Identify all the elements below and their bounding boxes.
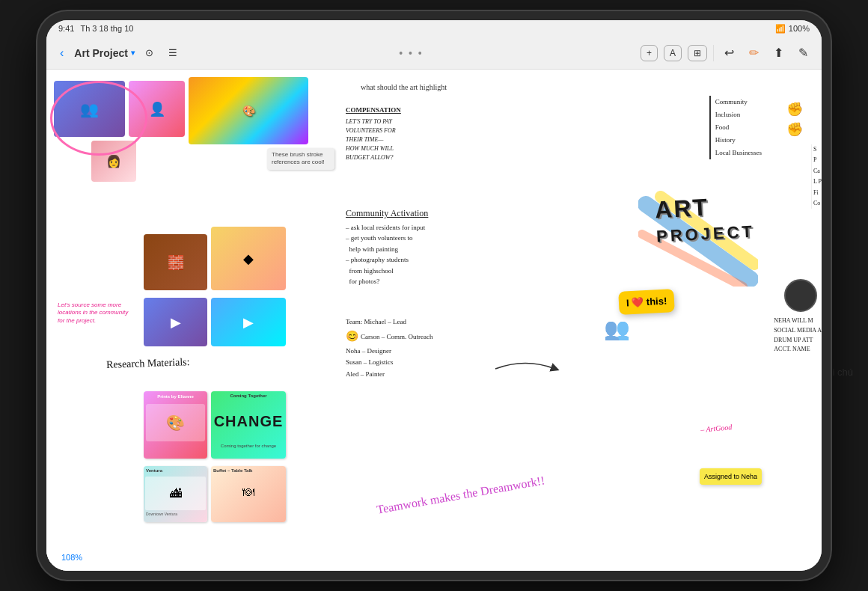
ipad-frame: 9:41 Th 3 18 thg 10 📶 100% ‹ Art Project… [37,11,831,580]
toolbar-dots: • • • [399,47,423,59]
photo-tile-7[interactable]: ▶ [144,298,207,346]
community-item-1: Community [715,96,762,108]
date-display: Th 3 18 thg 10 [80,24,133,33]
what-should-text: what should the art highlight [361,83,447,91]
status-left: 9:41 Th 3 18 thg 10 [58,24,133,33]
add-element-button[interactable]: + [641,45,658,61]
photo-tile-8[interactable]: ▶ [211,298,286,346]
smiley-icon: 😊 [346,328,358,346]
teamwork-text: Teamwork makes the Dreamwork!! [376,472,546,518]
share-button[interactable]: ⬆ [769,43,788,63]
toolbar: ‹ Art Project ▾ ⊙ ☰ • • • + A ⊞ ↩ [46,37,822,70]
photo-tile-4[interactable]: 👩 [91,141,136,182]
team-member-3: Susan – Logistics [346,357,433,368]
app-title-text: Art Project [74,47,128,59]
arrow-svg [488,354,563,384]
team-member-1: 😊 Carson – Comm. Outreach [346,328,433,346]
community-bracket: Community Inclusion Food History Local B… [709,96,762,159]
battery-display: 100% [789,24,810,33]
change-text: CHANGE [214,413,284,430]
love-sticky-note[interactable]: I ❤️ this! [618,289,675,315]
small-tile-ventura[interactable]: Ventura 🏙 Downtown Ventura [144,466,207,522]
toolbar-center: • • • [399,47,423,59]
photo-tile-1[interactable]: 👥 [54,81,125,137]
photo-tile-3[interactable]: 🎨 [189,77,308,144]
community-item-4: History [715,134,762,147]
outline-button[interactable]: ☰ [164,44,182,61]
photo-tile-6[interactable]: ◆ [211,227,286,290]
toolbar-left: ‹ Art Project ▾ ⊙ ☰ [55,43,182,63]
comm-activation-points: – ask local residents for input – get yo… [346,222,495,287]
undo-button[interactable]: ↩ [720,43,739,63]
signature-text: – ArtGood [700,423,732,434]
image-button[interactable]: ⊞ [688,45,707,61]
community-item-2: Inclusion [715,108,762,121]
time-display: 9:41 [58,24,74,33]
art-text: ART [654,194,709,224]
photo-tile-2[interactable]: 👤 [129,81,185,137]
community-item-3: Food [715,121,762,134]
right-panel: what should the art highlight Community … [338,70,822,571]
wifi-icon: 📶 [775,24,786,34]
community-item-5: Local Businesses [715,147,762,159]
status-right: 📶 100% [775,24,810,34]
pencil-button[interactable]: ✏ [745,43,763,63]
status-bar: 9:41 Th 3 18 thg 10 📶 100% [46,20,822,37]
main-content: 👥 👤 🎨 👩 [46,70,822,571]
small-tile-buffet[interactable]: Buffet – Table Talk 🍽 [211,466,286,522]
neha-text: NEHA WILL MSOCIAL MEDIA ADRUM UP ATTACCT… [774,316,822,355]
edit-button[interactable]: ✎ [794,43,813,63]
screen: 9:41 Th 3 18 thg 10 📶 100% ‹ Art Project… [46,20,822,571]
comm-activation-title: Community Activation [346,208,495,219]
app-title: Art Project ▾ [74,47,135,59]
photo-tile-5[interactable]: 🧱 [144,234,207,290]
team-member-2: Noha – Designer [346,346,433,357]
pink-location-note: Let's source some more locations in the … [58,301,132,325]
people-sketch: 👥 [604,316,630,341]
left-panel: 👥 👤 🎨 👩 [46,70,338,571]
art-project-title: ART PROJECT [654,193,755,246]
team-leader: Team: Michael – Lead [346,316,433,328]
community-activation: Community Activation – ask local residen… [346,208,495,287]
navigation-button[interactable]: ⊙ [141,44,158,61]
text-button[interactable]: A [664,45,682,61]
small-tile-change[interactable]: Coming Together CHANGE Coming together f… [211,391,286,459]
compensation-block: COMPENSATION LET'S TRY TO PAYVOLUNTEERS … [346,105,465,162]
brush-stroke-note: These brush stroke references are cool! [267,148,334,170]
back-button[interactable]: ‹ [55,43,68,63]
research-materials-text: Research Materials: [106,356,190,371]
title-chevron-icon[interactable]: ▾ [131,49,135,57]
assigned-sticky-note[interactable]: Assigned to Neha [700,468,762,485]
fist-emojis: ✊ ✊ [786,99,803,140]
team-member-4: Aled – Painter [346,369,433,380]
team-list: Team: Michael – Lead 😊 Carson – Comm. Ou… [346,316,433,380]
partial-right-text: SPCaL PFiCo [811,144,822,209]
zoom-indicator: 108% [61,553,82,562]
small-tile-prints[interactable]: Prints by Elianne 🎨 [144,391,207,459]
home-button[interactable] [784,279,817,312]
carson-text: Carson – Comm. Outreach [361,331,433,343]
